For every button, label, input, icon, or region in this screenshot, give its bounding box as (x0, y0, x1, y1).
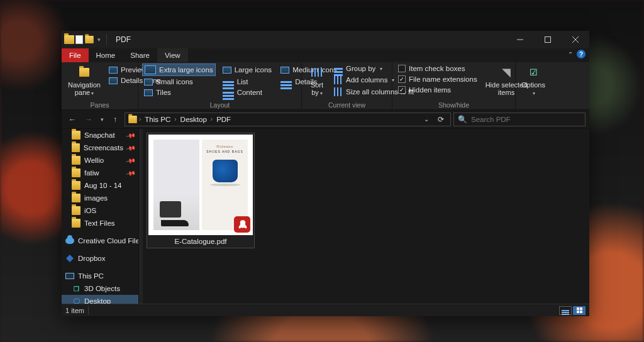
recent-locations-button[interactable]: ▾ (98, 113, 106, 126)
pdf-thumbnail: Rideaas SHOES AND BAGS (148, 135, 253, 235)
navigation-tree[interactable]: Snapchat📌 Screencasts📌 Wellio📌 fatiw📌 Au… (62, 129, 139, 304)
svg-rect-0 (545, 37, 551, 43)
sidebar-item-dropbox[interactable]: Dropbox (62, 252, 138, 265)
pdf-badge-icon (234, 216, 250, 233)
breadcrumb-thispc[interactable]: This PC (142, 116, 173, 123)
window-title: PDF (112, 35, 506, 44)
qat-folder-icon[interactable] (85, 36, 94, 43)
maximize-button[interactable] (534, 31, 562, 48)
sidebar-item-fatiw[interactable]: fatiw📌 (62, 167, 138, 179)
tab-file[interactable]: File (62, 48, 89, 62)
address-folder-icon (128, 116, 137, 123)
layout-xl-icons[interactable]: Extra large icons (142, 63, 216, 76)
address-bar[interactable]: › This PC › Desktop › PDF ⌄ ⟳ (125, 113, 451, 126)
main-area: Snapchat📌 Screencasts📌 Wellio📌 fatiw📌 Au… (62, 129, 589, 304)
sidebar-item-screencasts[interactable]: Screencasts📌 (62, 141, 138, 154)
qat-doc-icon[interactable] (75, 35, 83, 44)
sidebar-item-3dobjects[interactable]: ❒3D Objects (62, 282, 138, 295)
close-button[interactable] (562, 31, 589, 48)
hidden-items-toggle[interactable]: ✓Hidden items (396, 85, 479, 95)
layout-list[interactable]: List (221, 77, 274, 87)
sort-by-button[interactable]: Sort by▾ (306, 63, 328, 99)
file-explorer-window: ▾ PDF File Home Share View ⌃ ? Navigatio… (62, 31, 589, 316)
breadcrumb-desktop[interactable]: Desktop (178, 116, 209, 123)
tab-home[interactable]: Home (89, 48, 123, 62)
sidebar-item-desktop[interactable]: 🖵Desktop (62, 295, 138, 304)
sidebar-item-wellio[interactable]: Wellio📌 (62, 154, 138, 167)
forward-button[interactable]: → (82, 113, 96, 126)
search-input[interactable] (471, 116, 581, 123)
view-thumbnails-button[interactable] (573, 306, 586, 315)
sidebar-item-textfiles[interactable]: Text Files (62, 217, 138, 229)
qat-expand-icon[interactable]: ▾ (96, 36, 103, 43)
back-button[interactable]: ← (65, 113, 79, 126)
layout-content[interactable]: Content (221, 87, 274, 97)
refresh-button[interactable]: ⟳ (434, 115, 448, 124)
item-checkboxes-toggle[interactable]: Item check boxes (396, 63, 479, 74)
group-showhide-label: Show/hide (396, 101, 511, 109)
ribbon-tabs: File Home Share View ⌃ ? (62, 48, 589, 62)
group-currentview-label: Current view (306, 101, 388, 109)
sidebar-item-images[interactable]: images (62, 192, 138, 204)
ribbon-collapse-icon[interactable]: ⌃ (568, 51, 573, 58)
sidebar-item-ccf[interactable]: Creative Cloud Files (62, 234, 138, 247)
layout-large-icons[interactable]: Large icons (221, 63, 274, 76)
options-button[interactable]: ☑ Options▾ (519, 63, 548, 99)
ribbon-view: Navigation pane▾ Preview pane Details pa… (62, 62, 589, 110)
sidebar-item-ios[interactable]: iOS (62, 204, 138, 217)
view-details-button[interactable] (559, 306, 572, 315)
up-button[interactable]: ↑ (108, 113, 122, 126)
help-icon[interactable]: ? (577, 50, 586, 58)
status-count: 1 item (65, 307, 84, 314)
sidebar-item-snapchat[interactable]: Snapchat📌 (62, 129, 138, 141)
file-item-ecatalogue[interactable]: Rideaas SHOES AND BAGS E-Catalogue.pdf (147, 133, 255, 248)
file-name-label: E-Catalogue.pdf (148, 235, 253, 246)
search-box[interactable]: 🔍 (453, 113, 586, 126)
breadcrumb-pdf[interactable]: PDF (214, 116, 233, 123)
sidebar-item-thispc[interactable]: This PC (62, 270, 138, 282)
layout-tiles[interactable]: Tiles (142, 87, 216, 97)
layout-small-icons[interactable]: Small icons (142, 77, 216, 87)
status-bar: 1 item (62, 304, 589, 316)
navigation-pane-button[interactable]: Navigation pane▾ (65, 63, 103, 99)
group-panes-label: Panes (65, 101, 134, 109)
navigation-row: ← → ▾ ↑ › This PC › Desktop › PDF ⌄ ⟳ 🔍 (62, 110, 589, 129)
file-ext-toggle[interactable]: ✓File name extensions (396, 74, 479, 84)
history-chevron-icon[interactable]: ⌄ (420, 116, 433, 123)
tab-share[interactable]: Share (123, 48, 157, 62)
titlebar: ▾ PDF (62, 31, 589, 48)
app-folder-icon (64, 35, 74, 44)
sidebar-item-aug10[interactable]: Aug 10 - 14 (62, 179, 138, 192)
group-layout-label: Layout (142, 101, 297, 109)
search-icon: 🔍 (458, 115, 467, 124)
tab-view[interactable]: View (157, 48, 188, 62)
minimize-button[interactable] (506, 31, 534, 48)
file-list[interactable]: Rideaas SHOES AND BAGS E-Catalogue.pdf (143, 129, 589, 304)
